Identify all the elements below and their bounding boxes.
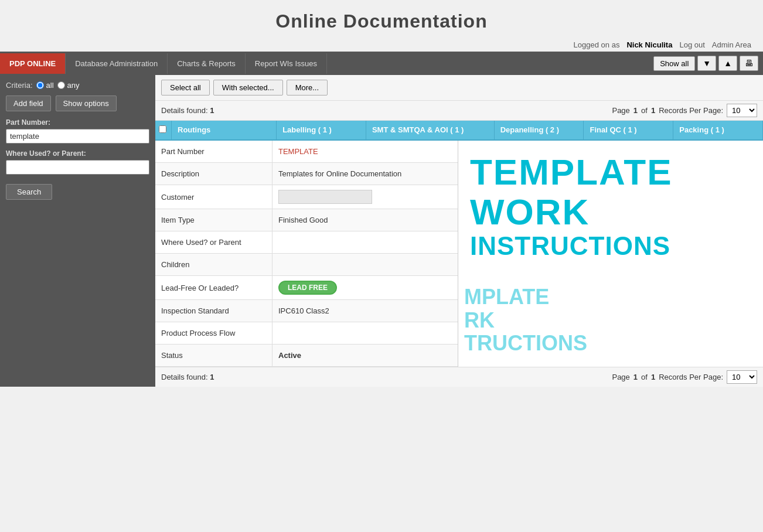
field-value-where-used: [272, 231, 458, 253]
with-selected-button[interactable]: With selected...: [213, 80, 283, 96]
details-found-label-top: Details found:: [161, 106, 208, 115]
wi-line1: TEMPLATE: [470, 152, 673, 192]
main-layout: Criteria: all any Add field Show options…: [0, 75, 763, 387]
table-row: Lead-Free Or Leaded? LEAD FREE: [155, 276, 458, 300]
status-bar-bottom: Details found: 1 Page 1 of 1 Records Per…: [155, 367, 763, 387]
customer-display: [278, 190, 372, 204]
page-label-bottom: Page: [612, 373, 629, 381]
field-name-lead-free: Lead-Free Or Leaded?: [155, 276, 272, 299]
th-labelling[interactable]: Labelling ( 1 ): [277, 121, 366, 139]
nav-tab-report-wls[interactable]: Report WIs Issues: [246, 53, 327, 74]
show-options-button[interactable]: Show options: [56, 96, 117, 111]
table-row: Item Type Finished Good: [155, 209, 458, 231]
field-name-customer: Customer: [155, 185, 272, 209]
select-all-checkbox[interactable]: [159, 125, 166, 133]
field-value-description: Templates for Online Documentation: [272, 163, 458, 185]
table-row: Children: [155, 254, 458, 276]
criteria-all-label: all: [46, 81, 54, 90]
criteria-row: Criteria: all any: [6, 81, 149, 90]
status-bar-top: Details found: 1 Page 1 of 1 Records Per…: [155, 101, 763, 121]
part-number-link[interactable]: TEMPLATE: [278, 147, 318, 156]
table-header: Routings Labelling ( 1 ) SMT & SMTQA & A…: [155, 121, 763, 141]
th-depanelling[interactable]: Depanelling ( 2 ): [495, 121, 584, 139]
page-of-top: of: [641, 106, 648, 115]
print-button[interactable]: 🖶: [740, 56, 758, 71]
field-name-part-number: Part Number: [155, 141, 272, 162]
criteria-all-input[interactable]: [36, 81, 44, 89]
select-all-button[interactable]: Select all: [161, 80, 210, 96]
criteria-any-label: any: [67, 81, 80, 90]
field-value-process-flow: [272, 322, 458, 344]
nav-bar: PDP ONLINE Database Administration Chart…: [0, 52, 763, 75]
table-row: Inspection Standard IPC610 Class2: [155, 300, 458, 322]
field-name-process-flow: Product Process Flow: [155, 322, 272, 344]
table-row: Customer: [155, 185, 458, 209]
part-number-label: Part Number:: [6, 118, 149, 127]
nav-tab-charts[interactable]: Charts & Reports: [168, 53, 246, 74]
criteria-all-radio[interactable]: all: [36, 81, 54, 90]
field-name-children: Children: [155, 254, 272, 275]
records-per-page-select-bottom[interactable]: 10 25 50 100: [727, 370, 757, 384]
details-found-top: Details found: 1: [161, 106, 214, 115]
th-finalqc[interactable]: Final QC ( 1 ): [584, 121, 673, 139]
wi-graphic-panel: TEMPLATE WORK INSTRUCTIONS MPLATE RK TRU…: [458, 141, 763, 367]
nav-tab-db-admin[interactable]: Database Administration: [66, 53, 168, 74]
part-number-input[interactable]: [6, 129, 149, 144]
content-area: Select all With selected... More... Deta…: [155, 75, 763, 387]
table-row: Product Process Flow: [155, 322, 458, 345]
field-value-customer: [272, 185, 458, 209]
page-current-top: 1: [633, 106, 638, 115]
table-row: Status Active: [155, 345, 458, 367]
th-routings[interactable]: Routings: [172, 121, 277, 139]
ghost-line-3: TRUCTIONS: [464, 332, 587, 355]
add-field-button[interactable]: Add field: [6, 96, 51, 111]
top-bar: Logged on as Nick Niculita Log out Admin…: [0, 38, 763, 52]
page-current-bottom: 1: [633, 373, 638, 381]
nav-tab-pdp-online[interactable]: PDP ONLINE: [0, 53, 66, 74]
more-button[interactable]: More...: [287, 80, 328, 96]
table-row: Where Used? or Parent: [155, 231, 458, 254]
field-name-where-used: Where Used? or Parent: [155, 231, 272, 253]
lead-free-badge: LEAD FREE: [278, 281, 337, 295]
records-per-page-select-top[interactable]: 10 25 50 100: [727, 104, 757, 117]
records-per-page-label-bottom: Records Per Page:: [659, 373, 723, 381]
where-used-input[interactable]: [6, 160, 149, 175]
show-all-button[interactable]: Show all: [653, 56, 695, 71]
page-label-top: Page: [612, 106, 629, 115]
data-left: Part Number TEMPLATE Description Templat…: [155, 141, 458, 367]
field-name-item-type: Item Type: [155, 209, 272, 231]
wi-line2: WORK: [470, 192, 673, 232]
page-of-bottom: of: [641, 373, 648, 381]
nav-right: Show all ▼ ▲ 🖶: [653, 56, 763, 71]
sidebar: Criteria: all any Add field Show options…: [0, 75, 155, 387]
action-bar: Select all With selected... More...: [155, 75, 763, 101]
table-row: Part Number TEMPLATE: [155, 141, 458, 163]
field-value-children: [272, 254, 458, 275]
criteria-any-radio[interactable]: any: [57, 81, 80, 90]
where-used-label: Where Used? or Parent:: [6, 149, 149, 158]
field-value-part-number: TEMPLATE: [272, 141, 458, 162]
ghost-text: MPLATE RK TRUCTIONS: [464, 285, 587, 355]
criteria-any-input[interactable]: [57, 81, 65, 89]
th-packing[interactable]: Packing ( 1 ): [673, 121, 763, 139]
records-per-page-label-top: Records Per Page:: [659, 106, 723, 115]
download-icon-button[interactable]: ▼: [697, 56, 716, 71]
part-number-field-row: Part Number:: [6, 118, 149, 144]
pagination-bottom: Page 1 of 1 Records Per Page: 10 25 50 1…: [612, 370, 757, 384]
up-arrow-button[interactable]: ▲: [718, 56, 737, 71]
th-smt[interactable]: SMT & SMTQA & AOI ( 1 ): [366, 121, 495, 139]
data-section: Part Number TEMPLATE Description Templat…: [155, 141, 763, 367]
field-value-status: Active: [272, 345, 458, 366]
log-out-link[interactable]: Log out: [679, 40, 704, 49]
field-value-item-type: Finished Good: [272, 209, 458, 231]
search-button[interactable]: Search: [6, 184, 52, 200]
logged-on-label: Logged on as: [574, 40, 620, 49]
logged-on-user: Nick Niculita: [626, 40, 672, 49]
pagination-top: Page 1 of 1 Records Per Page: 10 25 50 1…: [612, 104, 757, 117]
page-total-bottom: 1: [651, 373, 655, 381]
field-name-inspection: Inspection Standard: [155, 300, 272, 322]
th-checkbox[interactable]: [155, 121, 172, 139]
wi-line3: INSTRUCTIONS: [470, 232, 673, 260]
ghost-line-2: RK: [464, 309, 587, 332]
admin-area-link[interactable]: Admin Area: [712, 40, 751, 49]
